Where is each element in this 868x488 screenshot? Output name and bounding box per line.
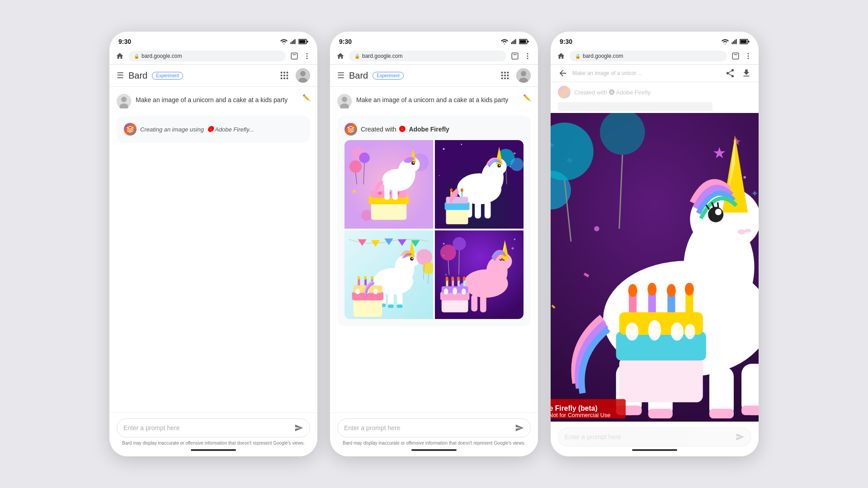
svg-rect-18 [281, 78, 283, 80]
image-cell-1[interactable]: ★ ★ [344, 140, 433, 229]
svg-point-150 [453, 237, 466, 250]
svg-rect-0 [291, 42, 292, 44]
status-bar-3: 9:30 [551, 32, 759, 48]
svg-rect-95 [475, 201, 481, 218]
url-1: bard.google.com [142, 53, 182, 59]
back-icon-3[interactable] [558, 68, 568, 78]
image-cell-4[interactable]: ✦ ✦ [435, 230, 524, 319]
svg-point-144 [514, 239, 515, 240]
svg-rect-17 [287, 75, 288, 76]
prompt-input-1[interactable]: Enter a prompt here [117, 418, 310, 437]
svg-rect-40 [504, 72, 506, 74]
home-icon-1[interactable] [116, 52, 124, 60]
svg-point-11 [307, 58, 308, 59]
home-icon-3[interactable] [557, 52, 565, 60]
svg-point-9 [307, 53, 308, 54]
home-icon-2[interactable] [336, 52, 344, 60]
grid-icon-2[interactable] [500, 70, 510, 80]
full-image-container-3[interactable]: ✦ ✦ ★ ★ ★ ★ [551, 113, 759, 422]
svg-point-84 [514, 152, 515, 154]
svg-point-230 [626, 323, 638, 341]
svg-point-37 [527, 56, 528, 57]
battery-icon-3 [740, 39, 750, 44]
bottom-bar-3: Enter a prompt here [551, 422, 759, 456]
svg-point-57 [361, 210, 372, 221]
send-icon-2[interactable] [515, 423, 524, 432]
user-message-2: Make an image of a unicorn and a cake at… [337, 94, 531, 108]
send-icon-1[interactable] [294, 423, 303, 432]
hamburger-icon-1[interactable]: ☰ [117, 70, 124, 80]
svg-rect-45 [501, 78, 503, 80]
address-bar-2[interactable]: 🔒 bard.google.com [349, 51, 506, 61]
svg-rect-185 [734, 54, 737, 55]
avatar-1[interactable] [296, 68, 310, 83]
more-icon-3[interactable] [744, 52, 752, 60]
image-cell-2[interactable] [435, 140, 524, 229]
svg-rect-158 [471, 295, 477, 311]
svg-text:★: ★ [351, 188, 357, 195]
svg-rect-28 [513, 41, 514, 44]
app-title-2: Bard [349, 70, 368, 81]
address-bar-1[interactable]: 🔒 bard.google.com [128, 51, 286, 61]
share-icon-3[interactable] [725, 68, 735, 78]
svg-rect-2 [293, 40, 294, 44]
svg-point-137 [411, 258, 413, 259]
signal-icon-3 [731, 39, 738, 44]
edit-icon-1[interactable]: ✏️ [302, 94, 310, 101]
svg-rect-1 [292, 41, 293, 44]
svg-rect-71 [384, 187, 390, 200]
lock-icon-3: 🔒 [575, 54, 580, 59]
svg-rect-123 [397, 305, 403, 308]
svg-rect-6 [307, 41, 308, 42]
more-icon-2[interactable] [524, 52, 532, 60]
svg-point-103 [450, 188, 453, 192]
status-bar-1: 9:30 [109, 32, 317, 48]
svg-text:✦: ✦ [510, 245, 515, 251]
svg-point-86 [439, 175, 440, 176]
hamburger-icon-2[interactable]: ☰ [337, 70, 344, 80]
tab-icon-3[interactable] [731, 52, 740, 60]
svg-point-74 [413, 162, 414, 164]
svg-point-210 [745, 229, 751, 233]
image-cell-3[interactable] [344, 230, 433, 319]
browser-chrome-3: 🔒 bard.google.com [551, 48, 759, 65]
svg-point-52 [342, 97, 347, 102]
app-header-right-2 [500, 68, 531, 83]
time-1: 9:30 [118, 38, 131, 45]
svg-line-176 [502, 258, 502, 259]
creating-text-1: Creating an image using 🅐 Adobe Firefly.… [140, 126, 254, 133]
phones-container: 9:30 [109, 32, 759, 456]
svg-rect-27 [511, 42, 512, 44]
tab-icon-1[interactable] [290, 52, 298, 60]
grid-icon-1[interactable] [279, 70, 289, 80]
svg-point-188 [748, 58, 749, 59]
app-header-2: ☰ Bard Experiment [330, 65, 538, 87]
avatar-2[interactable] [516, 68, 531, 83]
svg-point-238 [628, 284, 637, 296]
svg-point-133 [357, 276, 360, 280]
more-icon-1[interactable] [303, 52, 311, 60]
svg-point-172 [451, 277, 454, 281]
url-3: bard.google.com [583, 53, 623, 59]
disclaimer-1: Bard may display inaccurate or offensive… [117, 440, 310, 446]
phone-3: 9:30 [551, 32, 759, 456]
svg-rect-32 [520, 40, 526, 43]
svg-rect-29 [514, 40, 515, 44]
svg-rect-7 [291, 53, 297, 59]
download-icon-3[interactable] [741, 68, 751, 78]
svg-rect-43 [504, 75, 506, 76]
svg-rect-42 [501, 75, 503, 76]
address-bar-3[interactable]: 🔒 bard.google.com [570, 51, 727, 61]
wifi-icon-1 [280, 39, 288, 44]
svg-point-171 [446, 277, 448, 281]
tab-icon-2[interactable] [511, 52, 519, 60]
status-icons-2 [501, 39, 529, 44]
prompt-placeholder-3: Enter a prompt here [565, 433, 731, 441]
svg-rect-34 [512, 53, 518, 59]
svg-point-88 [510, 158, 524, 171]
edit-icon-2[interactable]: ✏️ [523, 94, 531, 101]
prompt-input-2[interactable]: Enter a prompt here [337, 418, 531, 437]
status-bar-2: 9:30 [330, 32, 538, 48]
svg-rect-20 [287, 78, 288, 80]
svg-line-218 [717, 202, 718, 207]
